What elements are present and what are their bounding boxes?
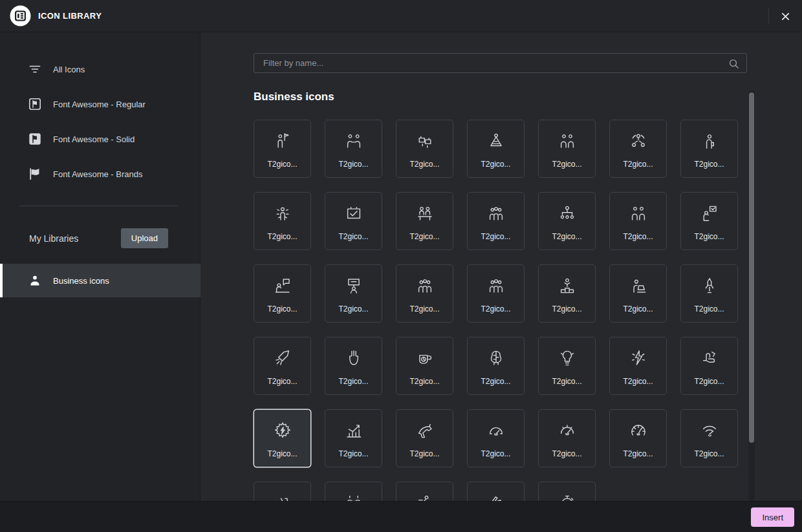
sidebar-item-label: Font Awesome - Regular — [53, 100, 146, 109]
search-box — [254, 53, 747, 73]
tile-icon — [344, 204, 363, 223]
icon-tile-running[interactable]: T2gico... — [396, 482, 453, 501]
icon-tile-handshake[interactable]: T2gico... — [325, 120, 382, 178]
icon-tile-presentation[interactable]: T2gico... — [325, 264, 382, 323]
close-icon[interactable] — [777, 8, 793, 24]
tile-label: T2gico... — [409, 377, 439, 386]
tile-icon — [558, 348, 577, 368]
sidebar-item-label: Font Awesome - Brands — [53, 169, 143, 179]
tile-label: T2gico... — [409, 304, 439, 314]
icon-tile-rocket-person[interactable]: T2gico... — [680, 264, 738, 323]
tile-icon — [629, 421, 648, 440]
icon-tile-hands[interactable]: T2gico... — [325, 337, 382, 395]
tile-label: T2gico... — [267, 449, 297, 458]
insert-button[interactable]: Insert — [751, 507, 794, 527]
icon-tile-handshake-box[interactable]: T2gico... — [325, 192, 382, 250]
tile-label: T2gico... — [623, 160, 653, 169]
icon-tile-group3[interactable]: T2gico... — [396, 264, 453, 323]
scrollbar-thumb[interactable] — [749, 92, 754, 443]
icon-tile-person-flag[interactable]: T2gico... — [254, 120, 311, 178]
tile-icon — [558, 493, 577, 501]
tile-icon — [415, 493, 435, 501]
icon-tile-speech-desk[interactable]: T2gico... — [254, 264, 311, 323]
tile-label: T2gico... — [481, 377, 510, 386]
sidebar: All Icons Font Awesome - Regular Font Aw… — [0, 32, 200, 501]
icon-tile-desk-meeting[interactable]: T2gico... — [396, 192, 453, 250]
tile-label: T2gico... — [409, 232, 439, 241]
tile-label: T2gico... — [338, 377, 368, 386]
waving-flag-icon — [28, 167, 41, 180]
icon-tile-laptop[interactable]: T2gico... — [609, 264, 667, 323]
tile-icon — [486, 131, 506, 151]
tile-icon — [486, 421, 506, 440]
tile-icon — [629, 276, 648, 295]
tile-icon — [273, 131, 292, 151]
tile-label: T2gico... — [338, 160, 368, 169]
sidebar-item-fa-solid[interactable]: Font Awesome - Solid — [0, 122, 200, 156]
tile-label: T2gico... — [694, 449, 724, 458]
dialog-footer: Insert — [0, 501, 802, 532]
icon-tile-org-chart[interactable]: T2gico... — [538, 192, 596, 250]
icon-tile-stopwatch[interactable]: T2gico... — [538, 482, 596, 501]
tile-icon — [700, 421, 719, 440]
icon-tile-brain[interactable]: T2gico... — [467, 337, 525, 395]
icon-tile-whiteboard[interactable]: T2gico... — [680, 192, 738, 250]
scrollbar-track[interactable] — [748, 90, 755, 501]
tile-icon — [700, 348, 719, 368]
icon-tile-team-pair[interactable]: T2gico... — [538, 120, 596, 178]
tile-icon — [273, 421, 292, 440]
icon-tile-scooter[interactable]: T2gico... — [254, 482, 311, 501]
icon-tile-speedometer[interactable]: T2gico... — [609, 409, 667, 467]
tile-icon — [273, 204, 292, 223]
icon-tile-hand-wave[interactable]: T2gico... — [467, 482, 525, 501]
icon-tile-group3[interactable]: T2gico... — [467, 264, 525, 323]
icon-tile-horse[interactable]: T2gico... — [396, 409, 453, 467]
search-icon — [728, 58, 739, 69]
upload-button[interactable]: Upload — [121, 228, 168, 248]
main-panel: Business icons T2gico... T2gico... T2gic… — [201, 32, 802, 501]
sidebar-item-all-icons[interactable]: All Icons — [0, 52, 200, 87]
search-input[interactable] — [254, 54, 746, 72]
tile-icon — [344, 348, 363, 368]
icon-tile-bolt-sparks[interactable]: T2gico... — [609, 337, 667, 395]
icon-tile-person-sparks[interactable]: T2gico... — [254, 192, 311, 250]
tile-icon — [415, 204, 435, 223]
icon-tile-gear-bolt[interactable]: T2gico... — [254, 409, 311, 467]
sidebar-item-label: All Icons — [53, 65, 85, 74]
sidebar-item-business-icons[interactable]: Business icons — [0, 264, 200, 297]
tile-icon — [415, 276, 435, 295]
icon-tile-hand-hold[interactable]: T2gico... — [680, 337, 738, 395]
icon-tile-chart-growth[interactable]: T2gico... — [325, 409, 382, 467]
icon-tile-team-pair[interactable]: T2gico... — [609, 192, 667, 250]
tile-icon — [558, 204, 577, 223]
tile-icon — [629, 348, 648, 368]
icon-tile-binoculars[interactable]: T2gico... — [325, 482, 382, 501]
icon-tile-leader-pyramid[interactable]: T2gico... — [467, 120, 525, 178]
icon-tile-deal[interactable]: T2gico... — [396, 120, 453, 178]
icon-tile-bulb-gear[interactable]: T2gico... — [538, 337, 596, 395]
sidebar-item-fa-brands[interactable]: Font Awesome - Brands — [0, 156, 200, 191]
tile-label: T2gico... — [694, 304, 724, 314]
tile-label: T2gico... — [694, 232, 724, 241]
icon-tile-gauge-arrow[interactable]: T2gico... — [538, 409, 596, 467]
dialog-title: ICON LIBRARY — [38, 11, 102, 21]
sidebar-item-fa-regular[interactable]: Font Awesome - Regular — [0, 87, 200, 122]
dialog-header: ICON LIBRARY — [0, 0, 802, 32]
tile-label: T2gico... — [409, 160, 439, 169]
tile-label: T2gico... — [267, 232, 297, 241]
icon-tile-group3[interactable]: T2gico... — [467, 192, 525, 250]
icon-tile-podium[interactable]: T2gico... — [538, 264, 596, 323]
icon-tile-wifi-gauge[interactable]: T2gico... — [680, 409, 738, 467]
icon-tile-network[interactable]: T2gico... — [609, 120, 667, 178]
tile-icon — [629, 131, 648, 151]
icon-tile-rocket-trail[interactable]: T2gico... — [254, 337, 311, 395]
tile-label: T2gico... — [481, 304, 510, 314]
tile-icon — [700, 131, 719, 151]
tile-icon — [486, 493, 506, 501]
icon-tile-coffee-clock[interactable]: T2gico... — [396, 337, 453, 395]
icon-tile-gauge-cloud[interactable]: T2gico... — [467, 409, 525, 467]
my-libraries-label: My Libraries — [29, 233, 78, 244]
icon-tile-person[interactable]: T2gico... — [680, 120, 738, 178]
tile-icon — [558, 131, 577, 151]
tile-icon — [344, 276, 363, 295]
